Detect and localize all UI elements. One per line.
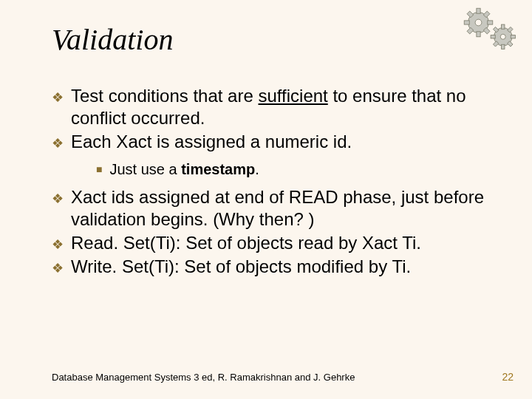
gears-icon xyxy=(458,4,525,56)
bullet-text: Xact ids assigned at end of READ phase, … xyxy=(71,186,488,231)
bullet-text: Write. Set(Ti): Set of objects modified … xyxy=(71,256,411,278)
slide-title: Validation xyxy=(52,22,173,57)
diamond-icon: ❖ xyxy=(52,135,64,151)
svg-point-2 xyxy=(475,19,482,26)
diamond-icon: ❖ xyxy=(52,191,64,207)
footer-text: Database Management Systems 3 ed, R. Ram… xyxy=(52,372,355,383)
page-number: 22 xyxy=(502,371,514,383)
svg-point-5 xyxy=(500,34,505,39)
svg-rect-1 xyxy=(477,8,480,13)
bullet-text: Read. Set(Ti): Set of objects read by Xa… xyxy=(71,232,421,254)
diamond-icon: ❖ xyxy=(52,89,64,106)
diamond-icon: ❖ xyxy=(52,236,64,253)
sub-bullet-item: ■ Just use a timestamp. xyxy=(96,160,488,179)
bullet-text: Each Xact is assigned a numeric id. xyxy=(71,131,352,153)
bullet-item: ❖ Each Xact is assigned a numeric id. xyxy=(52,131,488,153)
bullet-item: ❖ Read. Set(Ti): Set of objects read by … xyxy=(52,232,488,254)
bullet-item: ❖ Xact ids assigned at end of READ phase… xyxy=(52,186,488,231)
square-icon: ■ xyxy=(96,163,102,175)
svg-rect-4 xyxy=(502,24,505,29)
diamond-icon: ❖ xyxy=(52,260,64,276)
bullet-text: Test conditions that are sufficient to e… xyxy=(71,85,488,129)
bullet-item: ❖ Write. Set(Ti): Set of objects modifie… xyxy=(52,256,488,278)
bullet-item: ❖ Test conditions that are sufficient to… xyxy=(52,85,488,129)
sub-bullet-text: Just use a timestamp. xyxy=(109,160,259,179)
slide-content: ❖ Test conditions that are sufficient to… xyxy=(52,85,488,279)
